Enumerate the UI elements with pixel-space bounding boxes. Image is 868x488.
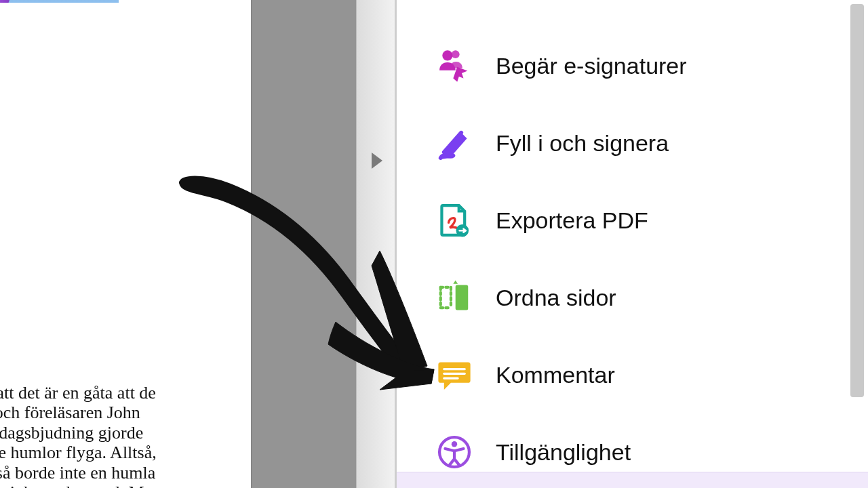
comment-icon (436, 357, 473, 393)
svg-rect-3 (456, 285, 469, 310)
pen-sign-icon (436, 125, 473, 161)
tool-request-signatures[interactable]: Begär e-signaturer (397, 27, 868, 104)
organize-pages-icon (436, 279, 473, 316)
tool-export-pdf[interactable]: Exportera PDF (397, 182, 868, 259)
panel-gutter (356, 0, 395, 488)
export-pdf-icon (436, 202, 473, 239)
tool-fill-sign[interactable]: Fyll i och signera (397, 104, 868, 182)
panel-footer-strip (397, 472, 868, 488)
tool-label: Begär e-signaturer (496, 53, 687, 79)
tool-comment[interactable]: Kommentar (397, 336, 868, 413)
tool-label: Ordna sidor (496, 285, 616, 311)
svg-point-1 (452, 50, 460, 58)
tool-label: Tillgänglighet (496, 439, 631, 466)
panel-scrollbar[interactable] (850, 4, 864, 397)
tool-label: Exportera PDF (496, 207, 648, 234)
accessibility-icon (436, 434, 473, 470)
tool-list: Begär e-signaturer Fyll i och signera (397, 0, 868, 488)
document-image (0, 0, 119, 3)
tool-organize-pages[interactable]: Ordna sidor (397, 259, 868, 336)
tool-label: Fyll i och signera (496, 130, 669, 157)
document-viewport[interactable]: yga, och att det är en gåta att de amike… (0, 0, 356, 488)
svg-point-0 (442, 50, 452, 60)
tools-panel: Begär e-signaturer Fyll i och signera (395, 0, 868, 488)
document-body-text: yga, och att det är en gåta att de amike… (0, 383, 210, 488)
tool-label: Kommentar (496, 362, 615, 388)
signature-request-icon (436, 47, 473, 84)
svg-point-5 (452, 441, 457, 447)
expand-panel-icon[interactable] (372, 152, 382, 169)
